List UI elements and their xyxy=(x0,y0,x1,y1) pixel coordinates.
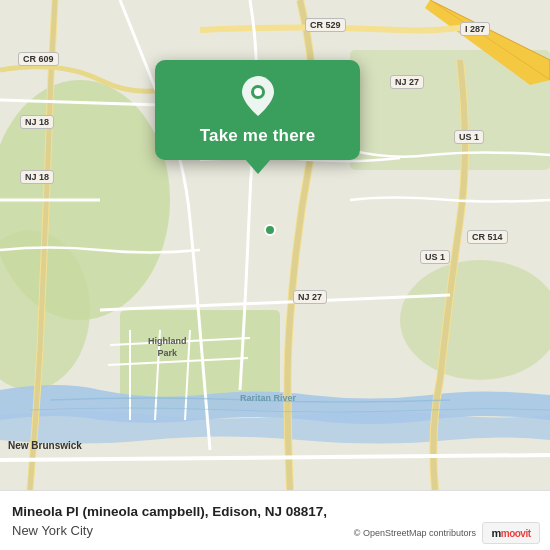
map-container: CR 529 I 287 CR 609 NJ 27 NJ 18 US 1 NJ … xyxy=(0,0,550,490)
road-badge-nj27-mid: NJ 27 xyxy=(293,290,327,304)
place-highland-park: HighlandPark xyxy=(148,335,187,359)
bottom-bar: Mineola Pl (mineola campbell), Edison, N… xyxy=(0,490,550,550)
take-me-there-button[interactable]: Take me there xyxy=(200,126,316,146)
popup-card[interactable]: Take me there xyxy=(155,60,360,160)
road-badge-nj18-2: NJ 18 xyxy=(20,170,54,184)
address-line1: Mineola Pl (mineola campbell), Edison, N… xyxy=(12,503,538,522)
road-badge-cr609: CR 609 xyxy=(18,52,59,66)
place-raritan-river: Raritan River xyxy=(240,393,296,403)
road-badge-us1-2: US 1 xyxy=(420,250,450,264)
osm-credit: © OpenStreetMap contributors xyxy=(354,528,476,538)
road-badge-nj18-1: NJ 18 xyxy=(20,115,54,129)
road-badge-i287: I 287 xyxy=(460,22,490,36)
place-new-brunswick: New Brunswick xyxy=(8,440,82,451)
svg-point-15 xyxy=(265,225,275,235)
svg-point-17 xyxy=(254,88,262,96)
road-badge-cr514: CR 514 xyxy=(467,230,508,244)
bottom-logos: © OpenStreetMap contributors mmoovit xyxy=(354,522,540,544)
moovit-logo: mmoovit xyxy=(482,522,540,544)
road-badge-cr529: CR 529 xyxy=(305,18,346,32)
road-badge-nj27-top: NJ 27 xyxy=(390,75,424,89)
pin-icon xyxy=(238,74,278,118)
road-badge-us1-1: US 1 xyxy=(454,130,484,144)
